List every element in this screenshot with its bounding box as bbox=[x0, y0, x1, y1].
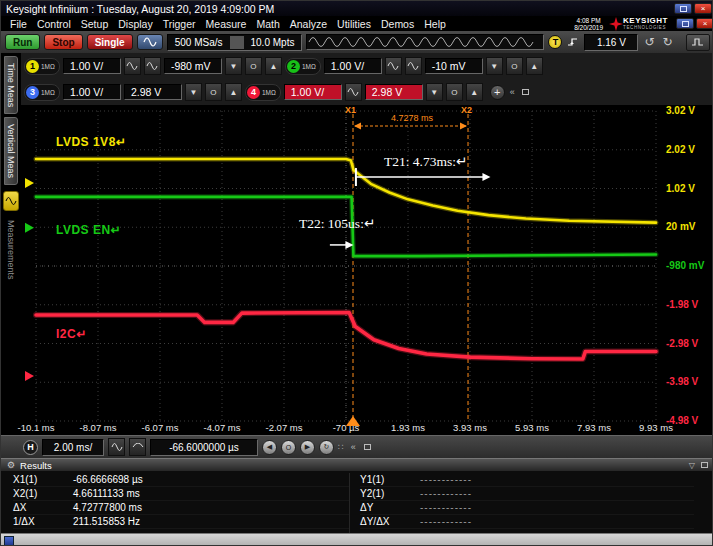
channel-1-zero-button[interactable]: O bbox=[245, 57, 262, 75]
channel-1-decrease-button[interactable]: ▼ bbox=[225, 57, 242, 75]
clock-time: 4:08 PM bbox=[574, 17, 603, 24]
add-channel-button[interactable]: + bbox=[490, 85, 505, 100]
sine-wide-icon bbox=[132, 443, 144, 451]
collapse-left-icon[interactable]: « bbox=[349, 442, 358, 452]
dock-icon[interactable] bbox=[362, 442, 373, 452]
taskbar-app-icon[interactable] bbox=[4, 536, 14, 546]
channel-4-coupling-button[interactable] bbox=[345, 83, 362, 101]
channel-3-decrease-button[interactable]: ▼ bbox=[185, 83, 202, 101]
tab-time-meas[interactable]: Time Meas bbox=[4, 56, 18, 114]
channel-4-scale-field[interactable]: 1.00 V/ bbox=[284, 84, 342, 100]
horizontal-position-field[interactable]: -66.6000000 µs bbox=[150, 439, 258, 456]
measure-tool-button[interactable] bbox=[3, 191, 19, 211]
acquisition-preview-strip[interactable] bbox=[306, 34, 544, 50]
app-close-button[interactable]: × bbox=[696, 18, 713, 29]
sine-icon bbox=[111, 443, 123, 451]
y-axis-tick: 20 mV bbox=[666, 221, 713, 232]
timebase-zoom-out-button[interactable] bbox=[108, 438, 125, 456]
trigger-source-badge[interactable]: T bbox=[548, 35, 562, 49]
result-row: Y1(1) ------------ bbox=[360, 473, 694, 487]
collapse-left-icon[interactable]: « bbox=[508, 87, 517, 97]
channel-2-scale-field[interactable]: 1.00 V/ bbox=[324, 58, 382, 74]
channel-1-scale-field[interactable]: 1.00 V/ bbox=[63, 58, 121, 74]
results-x-column: X1(1) -66.6666698 µs X2(1) 4.66111133 ms… bbox=[1, 473, 349, 533]
drag-grip-icon[interactable]: ∷ bbox=[338, 442, 345, 452]
redo-icon[interactable]: ↻ bbox=[660, 35, 674, 49]
pan-right-button[interactable]: ▶ bbox=[300, 440, 315, 455]
acquisition-readout[interactable]: 500 MSa/s 10.0 Mpts bbox=[167, 34, 303, 51]
cursor-x2-label[interactable]: X2 bbox=[461, 105, 479, 115]
menu-utilities[interactable]: Utilities bbox=[332, 18, 376, 30]
channel-1-increase-button[interactable]: ▲ bbox=[265, 57, 282, 75]
display-settings-button[interactable] bbox=[137, 34, 163, 50]
channel-1-bandwidth-button[interactable] bbox=[144, 57, 161, 75]
channel-2-offset-field[interactable]: -10 mV bbox=[425, 58, 483, 74]
cursor-x1-label[interactable]: X1 bbox=[345, 105, 363, 115]
menu-analyze[interactable]: Analyze bbox=[285, 18, 332, 30]
taskbar-strip bbox=[1, 533, 713, 546]
menu-display[interactable]: Display bbox=[113, 18, 157, 30]
channel-4-increase-button[interactable]: ▲ bbox=[466, 83, 483, 101]
menu-control[interactable]: Control bbox=[32, 18, 76, 30]
menu-setup[interactable]: Setup bbox=[76, 18, 113, 30]
channel-3-scale-field[interactable]: 1.00 V/ bbox=[63, 84, 121, 100]
center-zero-button[interactable]: O bbox=[281, 440, 296, 455]
menu-demos[interactable]: Demos bbox=[376, 18, 419, 30]
channel-2-zero-button[interactable]: O bbox=[506, 57, 523, 75]
channel-2-bandwidth-button[interactable] bbox=[405, 57, 422, 75]
menu-trigger[interactable]: Trigger bbox=[158, 18, 201, 30]
result-row: ΔY/ΔX ------------ bbox=[360, 515, 694, 529]
channel-4-offset-field[interactable]: 2.98 V bbox=[365, 84, 423, 100]
dock-icon[interactable] bbox=[520, 87, 531, 97]
app-restore-button[interactable] bbox=[676, 18, 694, 29]
timebase-scale-field[interactable]: 2.00 ms/ bbox=[42, 439, 104, 456]
channel-4-badge[interactable]: 4 1MΩ bbox=[245, 84, 281, 101]
stop-button[interactable]: Stop bbox=[44, 34, 82, 50]
channel-3-zero-button[interactable]: O bbox=[205, 83, 222, 101]
expand-panel-icon[interactable]: ▽ bbox=[689, 461, 695, 470]
result-row: ΔX 4.72777800 ms bbox=[13, 501, 349, 515]
trigger-slope-icon[interactable] bbox=[566, 36, 580, 48]
menu-help[interactable]: Help bbox=[419, 18, 451, 30]
channel-4-decrease-button[interactable]: ▼ bbox=[426, 83, 443, 101]
timebase-zoom-in-button[interactable] bbox=[129, 438, 146, 456]
undo-icon[interactable]: ↺ bbox=[642, 35, 656, 49]
x-axis-tick: -70 µs bbox=[315, 422, 377, 433]
restore-window-button[interactable] bbox=[674, 3, 692, 14]
channel-2-coupling-button[interactable] bbox=[385, 57, 402, 75]
y-axis-tick: -4.98 V bbox=[666, 415, 713, 426]
close-window-button[interactable]: × bbox=[694, 3, 712, 14]
gear-icon[interactable]: ⚙ bbox=[7, 460, 15, 470]
menu-file[interactable]: File bbox=[5, 18, 32, 30]
menu-measure[interactable]: Measure bbox=[201, 18, 252, 30]
trigger-level-field[interactable]: 1.16 V bbox=[584, 34, 638, 51]
clock: 4:08 PM 8/20/2019 bbox=[574, 17, 603, 31]
menu-math[interactable]: Math bbox=[251, 18, 284, 30]
channel-1-coupling-button[interactable] bbox=[124, 57, 141, 75]
channel-3-offset-field[interactable]: 2.98 V bbox=[124, 84, 182, 100]
channel-1-offset-field[interactable]: -980 mV bbox=[164, 58, 222, 74]
tab-vertical-meas[interactable]: Vertical Meas bbox=[4, 117, 18, 185]
tab-measurements[interactable]: Measurements bbox=[5, 214, 17, 286]
channel-3-increase-button[interactable]: ▲ bbox=[225, 83, 242, 101]
channel-2-badge[interactable]: 2 1MΩ bbox=[285, 58, 321, 75]
dock-square-icon bbox=[522, 89, 529, 95]
result-row: 1/ΔX 211.515853 Hz bbox=[13, 515, 349, 529]
clock-date: 8/20/2019 bbox=[574, 24, 603, 31]
channel-1-badge[interactable]: 1 1MΩ bbox=[24, 58, 60, 75]
oscilloscope-app-window: Keysight Infiniium : Tuesday, August 20,… bbox=[0, 0, 713, 546]
x-axis-tick: -6.07 ms bbox=[129, 422, 191, 433]
channel-2-increase-button[interactable]: ▲ bbox=[526, 57, 543, 75]
run-button[interactable]: Run bbox=[5, 34, 40, 50]
sample-rate-value: 500 MSa/s bbox=[168, 37, 230, 48]
pan-left-button[interactable]: ◀ bbox=[262, 440, 277, 455]
channel-4-zero-button[interactable]: O bbox=[446, 83, 463, 101]
single-button[interactable]: Single bbox=[87, 34, 133, 50]
channel-3-badge[interactable]: 3 1MΩ bbox=[24, 84, 60, 101]
reset-position-button[interactable]: ↻ bbox=[319, 440, 334, 455]
channel-2-decrease-button[interactable]: ▼ bbox=[486, 57, 503, 75]
autoscale-button[interactable] bbox=[686, 34, 710, 51]
waveform-canvas[interactable] bbox=[21, 105, 713, 435]
horizontal-badge[interactable]: H bbox=[23, 440, 38, 455]
undock-panel-icon[interactable] bbox=[701, 461, 708, 470]
